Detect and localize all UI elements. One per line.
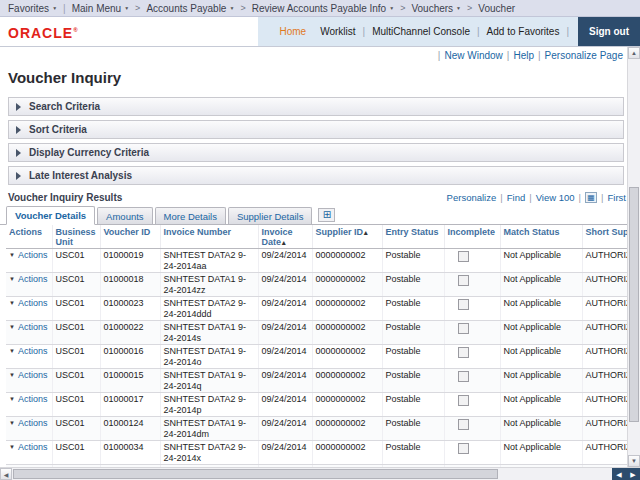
incomplete-checkbox[interactable] [458,395,469,406]
section-label: Sort Criteria [29,124,87,135]
incomplete-checkbox[interactable] [458,443,469,454]
new-window-link[interactable]: New Window [444,50,502,61]
scroll-next-icon[interactable]: ▶ [626,468,640,480]
scroll-prev-icon[interactable]: ◀ [612,468,626,480]
cell-short-supplier-name: AUTHORIZE-00 [582,249,627,273]
column-header-label: Business Unit [56,227,96,247]
view-100-link[interactable]: View 100 [536,192,575,203]
incomplete-checkbox[interactable] [458,347,469,358]
column-header-short-supplier-na[interactable]: Short Supplier Na [582,225,627,249]
vertical-scrollbar[interactable]: ▲ ▼ [627,47,640,467]
column-header-business-unit[interactable]: Business Unit [52,225,100,249]
actions-dropdown-icon[interactable]: ▼ [9,420,15,426]
column-header-entry-status[interactable]: Entry Status [382,225,444,249]
cell-supplier-id: 0000000002 [312,273,382,297]
horizontal-scrollbar-thumb[interactable] [13,469,498,479]
add-to-favorites-link[interactable]: Add to Favorites [487,26,560,37]
actions-dropdown-icon[interactable]: ▼ [9,348,15,354]
cell-business-unit: USC01 [52,297,100,321]
actions-link[interactable]: Actions [18,418,48,428]
worklist-link[interactable]: Worklist [320,26,355,37]
actions-dropdown-icon[interactable]: ▼ [9,396,15,402]
home-link[interactable]: Home [279,26,306,37]
scroll-up-icon[interactable]: ▲ [628,47,640,59]
cell-voucher-id: 01000016 [100,345,160,369]
actions-link[interactable]: Actions [18,394,48,404]
page-title: Voucher Inquiry [0,63,640,89]
grid-header-row: ActionsBusiness UnitVoucher IDInvoice Nu… [6,225,627,249]
actions-dropdown-icon[interactable]: ▼ [9,324,15,330]
cell-match-status: Not Applicable [500,441,582,465]
actions-link[interactable]: Actions [18,298,48,308]
results-grid: ActionsBusiness UnitVoucher IDInvoice Nu… [6,225,627,471]
column-header-actions[interactable]: Actions [6,225,52,249]
incomplete-checkbox[interactable] [458,251,469,262]
breadcrumb-main-menu[interactable]: Main Menu▼ [72,3,129,14]
breadcrumb-accounts-payable[interactable]: Accounts Payable▼ [146,3,234,14]
column-header-match-status[interactable]: Match Status [500,225,582,249]
cell-incomplete [444,321,500,345]
cell-invoice-number: SNHTEST DATA1 9-24-2014q [160,369,258,393]
section-label: Search Criteria [29,101,100,112]
incomplete-checkbox[interactable] [458,299,469,310]
cell-invoice-date: 09/24/2014 [258,417,312,441]
incomplete-checkbox[interactable] [458,419,469,430]
breadcrumb-review-ap-info[interactable]: Review Accounts Payable Info▼ [252,3,394,14]
tab-more-details[interactable]: More Details [155,207,226,224]
cell-business-unit: USC01 [52,249,100,273]
cell-invoice-number: SNHTEST DATA1 9-24-2014o [160,345,258,369]
actions-dropdown-icon[interactable]: ▼ [9,300,15,306]
incomplete-checkbox[interactable] [458,323,469,334]
download-grid-icon[interactable]: ▦ [585,192,597,203]
actions-link[interactable]: Actions [18,322,48,332]
tab-supplier-details[interactable]: Supplier Details [228,207,313,224]
breadcrumb-separator: > [135,3,140,13]
column-header-supplier-id[interactable]: Supplier ID▴ [312,225,382,249]
actions-link[interactable]: Actions [18,370,48,380]
scroll-down-icon[interactable]: ▼ [628,455,640,467]
cell-business-unit: USC01 [52,393,100,417]
sign-out-button[interactable]: Sign out [578,17,640,46]
column-header-incomplete[interactable]: Incomplete [444,225,500,249]
section-sort-criteria[interactable]: Sort Criteria [8,120,624,139]
multichannel-console-link[interactable]: MultiChannel Console [372,26,470,37]
cell-invoice-date: 09/24/2014 [258,393,312,417]
help-link[interactable]: Help [513,50,534,61]
chevron-down-icon: ▼ [124,5,129,11]
actions-dropdown-icon[interactable]: ▼ [9,252,15,258]
scroll-left-icon[interactable]: ◀ [0,468,12,480]
actions-link[interactable]: Actions [18,274,48,284]
tab-amounts[interactable]: Amounts [97,207,153,224]
column-header-label: Supplier ID [316,227,364,237]
actions-dropdown-icon[interactable]: ▼ [9,276,15,282]
incomplete-checkbox[interactable] [458,371,469,382]
personalize-page-link[interactable]: Personalize Page [545,50,623,61]
personalize-link[interactable]: Personalize [447,192,497,203]
actions-link[interactable]: Actions [18,250,48,260]
cell-short-supplier-name: AUTHORIZE-00 [582,393,627,417]
section-search-criteria[interactable]: Search Criteria [8,97,624,116]
column-header-voucher-id[interactable]: Voucher ID [100,225,160,249]
actions-dropdown-icon[interactable]: ▼ [9,372,15,378]
cell-actions: ▼Actions [6,369,52,393]
actions-link[interactable]: Actions [18,442,48,452]
vertical-scrollbar-thumb[interactable] [629,187,639,422]
find-link[interactable]: Find [507,192,525,203]
incomplete-checkbox[interactable] [458,275,469,286]
horizontal-scrollbar[interactable]: ◀ ◀ ▶ [0,467,640,480]
section-label: Display Currency Criteria [29,147,149,158]
cell-actions: ▼Actions [6,417,52,441]
tab-voucher-details[interactable]: Voucher Details [6,206,95,225]
column-header-invoice-date[interactable]: Invoice Date▴ [258,225,312,249]
section-late-interest-analysis[interactable]: Late Interest Analysis [8,166,624,185]
column-header-invoice-number[interactable]: Invoice Number [160,225,258,249]
actions-link[interactable]: Actions [18,346,48,356]
cell-short-supplier-name: AUTHORIZE-00 [582,369,627,393]
section-display-currency-criteria[interactable]: Display Currency Criteria [8,143,624,162]
breadcrumb-favorites[interactable]: Favorites▼ [8,3,57,14]
first-link[interactable]: First [608,192,626,203]
actions-dropdown-icon[interactable]: ▼ [9,444,15,450]
show-all-columns-button[interactable]: ⊞ [318,208,335,222]
masthead-links: Home Worklist | MultiChannel Console | A… [258,17,640,46]
breadcrumb-vouchers[interactable]: Vouchers▼ [411,3,461,14]
